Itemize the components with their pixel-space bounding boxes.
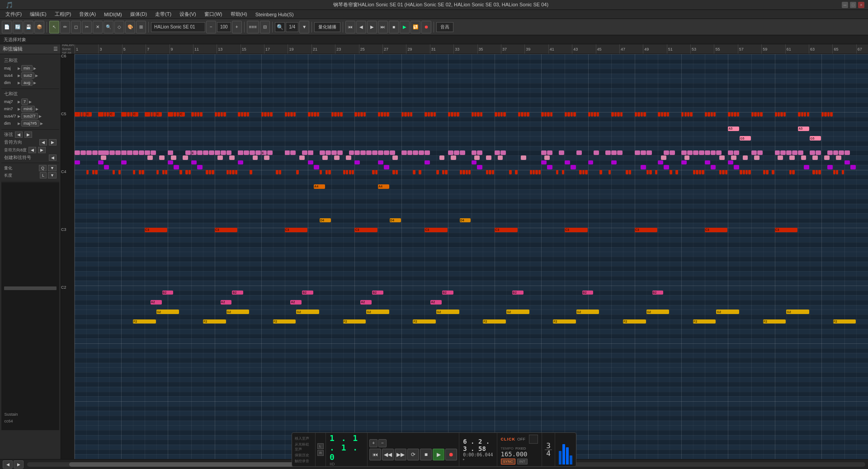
tb-rewind[interactable]: ⏮ xyxy=(345,21,355,33)
note-37[interactable]: G2 xyxy=(226,310,250,314)
pnote-3-2[interactable] xyxy=(101,155,106,160)
rednote-59-1[interactable] xyxy=(754,112,756,117)
rednote-7-0[interactable] xyxy=(145,112,147,117)
pnote-56-2[interactable] xyxy=(719,155,725,160)
rednote-65-2[interactable] xyxy=(827,112,830,117)
pnote-29-0[interactable] xyxy=(401,150,407,155)
h-scrollbar-thumb[interactable] xyxy=(69,462,321,467)
toolbar-open[interactable]: 🔄 xyxy=(13,21,23,33)
note-1[interactable]: C xyxy=(86,112,92,117)
c4note-42-3[interactable] xyxy=(562,170,564,174)
c4note-46-0[interactable] xyxy=(599,170,602,174)
purnote-51-0[interactable] xyxy=(658,160,663,165)
pnote-22-1[interactable] xyxy=(326,150,331,155)
note-36[interactable]: G2 xyxy=(156,310,179,314)
pnote-36-2[interactable] xyxy=(486,155,491,160)
track-name-display[interactable]: HALion Sonic SE 01 xyxy=(151,22,205,32)
rednote-15-3[interactable] xyxy=(247,112,249,117)
note-73[interactable]: A4 xyxy=(378,184,389,189)
pnote-64-0[interactable] xyxy=(810,150,815,155)
rednote-41-2[interactable] xyxy=(547,112,549,117)
c4note-58-1[interactable] xyxy=(743,170,745,174)
c4note-44-3[interactable] xyxy=(585,170,587,174)
note-56[interactable]: F2 xyxy=(833,319,856,324)
rednote-63-1[interactable] xyxy=(801,112,803,117)
c4note-54-3[interactable] xyxy=(702,170,704,174)
pnote-65-1[interactable] xyxy=(827,150,833,155)
rednote-33-1[interactable] xyxy=(451,112,453,117)
note-26[interactable]: C3 xyxy=(495,228,518,232)
pnote-33-2[interactable] xyxy=(451,155,456,160)
c4note-54-0[interactable] xyxy=(693,170,695,174)
note-49[interactable]: F2 xyxy=(343,319,366,324)
rednote-9-0[interactable] xyxy=(168,112,170,117)
pnote-33-0[interactable] xyxy=(448,150,453,155)
pnote-17-1[interactable] xyxy=(267,150,273,155)
rednote-65-1[interactable] xyxy=(824,112,826,117)
note-18[interactable]: E xyxy=(261,150,267,155)
c4note-14-2[interactable] xyxy=(232,170,234,174)
rednote-15-2[interactable] xyxy=(244,112,246,117)
tool-split[interactable]: ✂ xyxy=(82,21,92,33)
c4note-6-0[interactable] xyxy=(133,170,135,174)
pnote-14-0[interactable] xyxy=(226,150,232,155)
rednote-55-2[interactable] xyxy=(711,112,713,117)
pnote-55-1[interactable] xyxy=(711,150,716,155)
pnote-23-0[interactable] xyxy=(331,150,337,155)
scroll-right[interactable]: ▶ xyxy=(14,460,24,469)
pnote-15-1[interactable] xyxy=(244,150,249,155)
rednote-45-1[interactable] xyxy=(591,112,593,117)
purnote-41-1[interactable] xyxy=(547,165,552,169)
rednote-57-3[interactable] xyxy=(737,112,739,117)
tb-play2[interactable]: ▶ xyxy=(433,449,444,460)
purnote-21-0[interactable] xyxy=(308,160,313,165)
pnote-51-2[interactable] xyxy=(661,155,666,160)
c4note-66-1[interactable] xyxy=(836,170,838,174)
c4note-8-0[interactable] xyxy=(156,170,159,174)
rednote-65-0[interactable] xyxy=(821,112,824,117)
swing-off[interactable]: ◀ xyxy=(28,147,36,153)
rednote-19-2[interactable] xyxy=(290,112,292,117)
c4note-50-3[interactable] xyxy=(655,170,657,174)
pnote-62-1[interactable] xyxy=(792,150,797,155)
rednote-7-1[interactable] xyxy=(147,112,150,117)
c4note-2-0[interactable] xyxy=(86,170,89,174)
note-3[interactable]: C xyxy=(109,112,115,117)
rednote-31-2[interactable] xyxy=(430,112,433,117)
tool-color[interactable]: 🎨 xyxy=(125,21,135,33)
note-28[interactable]: C3 xyxy=(635,228,658,232)
rednote-51-1[interactable] xyxy=(661,112,663,117)
rednote-55-3[interactable] xyxy=(713,112,716,117)
pnote-51-1[interactable] xyxy=(664,150,669,155)
pnote-49-1[interactable] xyxy=(641,150,646,155)
pnote-13-2[interactable] xyxy=(217,155,223,160)
pnote-54-0[interactable] xyxy=(693,150,698,155)
c4note-60-3[interactable] xyxy=(772,170,774,174)
rednote-17-0[interactable] xyxy=(261,112,264,117)
pnote-37-2[interactable] xyxy=(498,155,503,160)
c4note-50-0[interactable] xyxy=(646,170,649,174)
note-53[interactable]: F2 xyxy=(623,319,646,324)
rednote-37-2[interactable] xyxy=(500,112,503,117)
pnote-28-2[interactable] xyxy=(392,155,398,160)
rednote-41-3[interactable] xyxy=(550,112,552,117)
menu-midi[interactable]: MIDI(M) xyxy=(100,11,126,18)
note-55[interactable]: F2 xyxy=(763,319,786,324)
rednote-17-1[interactable] xyxy=(264,112,266,117)
c4note-22-3[interactable] xyxy=(328,170,330,174)
purnote-27-0[interactable] xyxy=(378,160,383,165)
c4note-52-0[interactable] xyxy=(670,170,672,174)
note-22[interactable]: C3 xyxy=(215,228,238,232)
c4note-38-3[interactable] xyxy=(515,170,517,174)
pnote-32-2[interactable] xyxy=(439,155,445,160)
note-21[interactable]: C3 xyxy=(145,228,168,232)
length-dropdown[interactable]: ▼ xyxy=(48,172,57,178)
pnote-61-1[interactable] xyxy=(780,150,786,155)
menu-media[interactable]: 媒体(D) xyxy=(127,10,151,19)
c4note-8-2[interactable] xyxy=(162,170,165,174)
note-39[interactable]: G2 xyxy=(366,310,389,314)
rednote-49-2[interactable] xyxy=(641,112,643,117)
c4note-30-2[interactable] xyxy=(419,170,421,174)
chord-editor-menu[interactable]: ☰ xyxy=(53,46,58,52)
pnote-21-0[interactable] xyxy=(308,150,313,155)
